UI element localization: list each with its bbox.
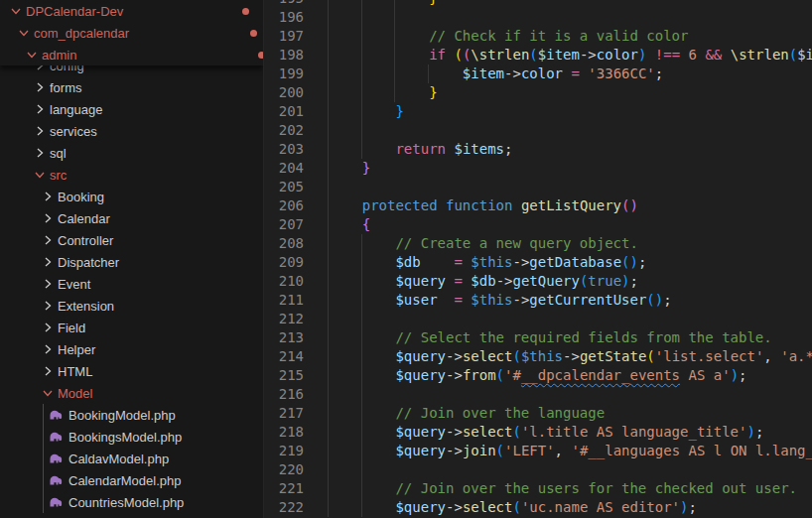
line-number[interactable]: 206 xyxy=(264,196,304,215)
code-token: ( xyxy=(512,348,520,364)
code-line-213[interactable]: 213 // Select the required fields from t… xyxy=(264,328,812,347)
code-line-214[interactable]: 214 $query->select($this->getState('list… xyxy=(264,347,812,366)
tree-item-countriesmodel-php[interactable]: CountriesModel.php xyxy=(0,491,263,513)
code-line-content: $user = $this->getCurrentUser(); xyxy=(329,291,672,310)
line-number[interactable]: 215 xyxy=(264,366,304,385)
tree-item-dispatcher[interactable]: Dispatcher xyxy=(0,251,263,273)
code-line-205[interactable]: 205 xyxy=(264,178,812,196)
line-number[interactable]: 221 xyxy=(264,479,304,498)
code-line-210[interactable]: 210 $query = $db->getQuery(true); xyxy=(264,272,812,291)
code-line-203[interactable]: 203 return $items; xyxy=(264,140,812,159)
tree-item-services[interactable]: services xyxy=(0,120,263,142)
line-number[interactable]: 214 xyxy=(264,347,304,366)
line-number[interactable]: 217 xyxy=(264,404,304,423)
line-number[interactable]: 222 xyxy=(264,498,304,517)
tree-item-language[interactable]: language xyxy=(0,98,263,120)
tree-item-label: Dispatcher xyxy=(58,255,119,270)
line-number[interactable]: 216 xyxy=(264,385,304,404)
code-editor[interactable]: 195 }196197 // Check if it is a valid co… xyxy=(263,0,812,518)
line-number[interactable]: 204 xyxy=(264,159,304,178)
code-line-211[interactable]: 211 $user = $this->getCurrentUser(); xyxy=(264,291,812,310)
code-token: -> xyxy=(512,254,529,270)
line-number[interactable]: 196 xyxy=(264,8,304,27)
code-token: // Create a new query object. xyxy=(395,235,637,251)
code-line-207[interactable]: 207 { xyxy=(264,215,812,234)
line-number[interactable]: 220 xyxy=(264,460,304,479)
code-line-195[interactable]: 195 } xyxy=(264,0,812,8)
code-line-196[interactable]: 196 xyxy=(264,8,812,27)
code-line-221[interactable]: 221 // Join over the users for the check… xyxy=(264,479,812,498)
code-line-200[interactable]: 200 } xyxy=(264,83,812,102)
line-number[interactable]: 198 xyxy=(264,46,304,65)
line-number[interactable]: 200 xyxy=(264,83,304,102)
tree-item-model[interactable]: Model xyxy=(0,382,263,404)
code-token xyxy=(329,254,395,270)
line-number[interactable]: 203 xyxy=(264,140,304,159)
code-token xyxy=(329,348,395,364)
indent-guide xyxy=(361,460,362,479)
tree-item-bookingsmodel-php[interactable]: BookingsModel.php xyxy=(0,426,263,448)
tree-item-field[interactable]: Field xyxy=(0,317,263,338)
line-number[interactable]: 197 xyxy=(264,27,304,46)
line-number[interactable]: 205 xyxy=(264,178,304,196)
line-number[interactable]: 202 xyxy=(264,121,304,140)
line-number[interactable]: 199 xyxy=(264,65,304,83)
code-token: -> xyxy=(446,424,463,440)
code-token: ) xyxy=(655,292,663,308)
tree-item-caldavmodel-php[interactable]: CaldavModel.php xyxy=(0,448,263,469)
tree-item-label: CalendarModel.php xyxy=(68,473,181,488)
code-token: if xyxy=(429,47,446,63)
code-line-content: return $items; xyxy=(329,140,512,159)
line-number[interactable]: 211 xyxy=(264,291,304,310)
code-line-204[interactable]: 204 } xyxy=(264,159,812,178)
line-number[interactable]: 195 xyxy=(264,0,304,8)
tree-item-bookingmodel-php[interactable]: BookingModel.php xyxy=(0,404,263,426)
line-number[interactable]: 218 xyxy=(264,423,304,442)
code-token: ) xyxy=(630,254,638,270)
code-token xyxy=(329,367,395,383)
indent-guide xyxy=(328,215,329,234)
tree-item-extension[interactable]: Extension xyxy=(0,295,263,317)
line-number[interactable]: 208 xyxy=(264,234,304,253)
tree-item-com-dpcalendar[interactable]: com_dpcalendar xyxy=(0,22,263,44)
tree-item-html[interactable]: HTML xyxy=(0,360,263,382)
code-token xyxy=(329,141,395,157)
line-number[interactable]: 213 xyxy=(264,328,304,347)
tree-item-dpcalendar-dev[interactable]: DPCalendar-Dev xyxy=(0,0,263,22)
tree-item-src[interactable]: src xyxy=(0,164,263,186)
line-number[interactable]: 219 xyxy=(264,442,304,460)
tree-item-sql[interactable]: sql xyxy=(0,142,263,164)
tree-item-admin[interactable]: admin xyxy=(0,44,263,65)
line-number[interactable]: 210 xyxy=(264,272,304,291)
code-token: ; xyxy=(638,254,646,270)
line-number[interactable]: 212 xyxy=(264,310,304,328)
code-line-206[interactable]: 206 protected function getListQuery() xyxy=(264,196,812,215)
tree-item-calendarmodel-php[interactable]: CalendarModel.php xyxy=(0,469,263,491)
tree-item-controller[interactable]: Controller xyxy=(0,229,263,251)
code-line-218[interactable]: 218 $query->select('l.title AS language_… xyxy=(264,423,812,442)
code-line-199[interactable]: 199 $item->color = '3366CC'; xyxy=(264,65,812,83)
line-number[interactable]: 201 xyxy=(264,102,304,121)
tree-item-forms[interactable]: forms xyxy=(0,76,263,98)
tree-item-booking[interactable]: Booking xyxy=(0,186,263,207)
code-line-212[interactable]: 212 xyxy=(264,310,812,328)
code-token: ; xyxy=(755,424,763,440)
code-line-216[interactable]: 216 xyxy=(264,385,812,404)
code-line-197[interactable]: 197 // Check if it is a valid color xyxy=(264,27,812,46)
code-line-219[interactable]: 219 $query->join('LEFT', '#__languages A… xyxy=(264,442,812,460)
line-number[interactable]: 209 xyxy=(264,253,304,272)
tree-item-helper[interactable]: Helper xyxy=(0,338,263,360)
code-line-201[interactable]: 201 } xyxy=(264,102,812,121)
code-line-208[interactable]: 208 // Create a new query object. xyxy=(264,234,812,253)
code-line-220[interactable]: 220 xyxy=(264,460,812,479)
code-line-209[interactable]: 209 $db = $this->getDatabase(); xyxy=(264,253,812,272)
code-line-217[interactable]: 217 // Join over the language xyxy=(264,404,812,423)
tree-item-event[interactable]: Event xyxy=(0,273,263,295)
line-number[interactable]: 207 xyxy=(264,215,304,234)
code-line-202[interactable]: 202 xyxy=(264,121,812,140)
code-line-198[interactable]: 198 if ((\strlen($item->color) !== 6 && … xyxy=(264,46,812,65)
indent-guide xyxy=(361,27,362,46)
code-line-215[interactable]: 215 $query->from('#__dpcalendar_events A… xyxy=(264,366,812,385)
code-line-222[interactable]: 222 $query->select('uc.name AS editor'); xyxy=(264,498,812,517)
tree-item-calendar[interactable]: Calendar xyxy=(0,207,263,229)
